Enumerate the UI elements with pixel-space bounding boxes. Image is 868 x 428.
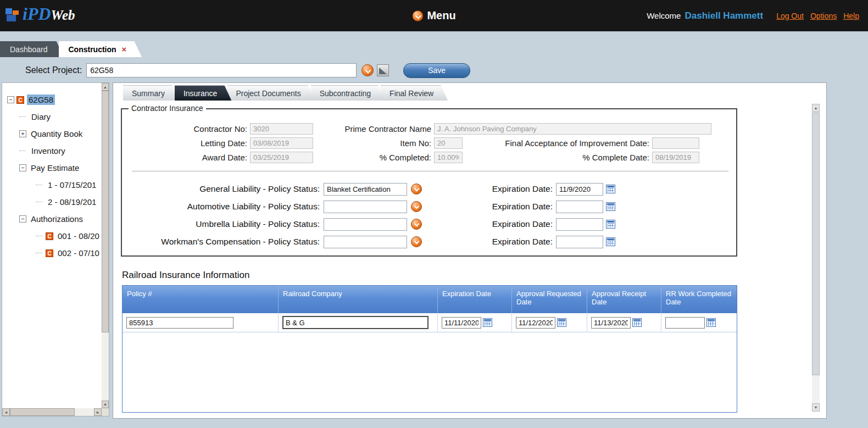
tree-item-authorization-002[interactable]: C 002 - 07/10 [2,244,102,262]
policy-status-dropdown-icon[interactable] [411,219,422,230]
column-header-railroad-company: Railroad Company [279,286,438,313]
expiration-date-input[interactable] [556,236,603,248]
tree-item-project-root[interactable]: − C 62G58 [2,91,102,108]
approval-receipt-date-input[interactable] [591,317,631,329]
help-link[interactable]: Help [843,12,859,20]
collapse-expander-icon[interactable]: − [19,164,26,171]
content-tab-bar: Summary Insurance Project Documents Subc… [123,85,443,101]
rr-work-completed-date-cell [661,313,737,332]
expand-expander-icon[interactable]: + [19,130,26,137]
tree-item-label: 002 - 07/10 [56,248,101,258]
project-input[interactable] [86,63,357,77]
project-bar: Select Project: Save [0,62,868,79]
logo-text-ipd: iPD [23,4,51,24]
tree-connector [36,253,42,253]
railroad-company-input[interactable] [282,316,429,329]
approval-requested-date-input[interactable] [516,317,555,329]
tree-item-label: Diary [30,112,52,122]
tab-subcontracting[interactable]: Subcontracting [311,85,385,101]
calendar-icon[interactable] [706,318,716,327]
policy-status-input[interactable] [324,218,407,231]
scroll-up-icon[interactable]: ▲ [812,104,820,112]
tree-item-authorization-001[interactable]: C 001 - 08/20 [2,227,102,244]
pct-complete-date-input [652,152,699,163]
construction-node-icon: C [16,96,24,104]
policy-number-input[interactable] [126,317,233,329]
scrollbar-thumb[interactable] [102,91,109,332]
column-header-rr-work-completed-date: RR Work Completed Date [661,286,737,313]
collapse-panel-icon[interactable] [377,64,389,76]
welcome-label: Welcome [647,11,681,20]
calendar-icon[interactable] [557,318,566,327]
rr-work-completed-date-input[interactable] [665,317,705,329]
scroll-right-icon[interactable]: ► [94,408,102,416]
prime-contractor-name-input [434,123,711,135]
policy-status-input[interactable] [324,201,407,213]
tree-item-label: 001 - 08/20 [56,231,101,241]
tree-item-pay-estimate-2[interactable]: 2 - 08/19/201 [2,193,102,210]
calendar-icon[interactable] [606,220,615,229]
tab-dashboard[interactable]: Dashboard [0,41,64,57]
policy-status-dropdown-icon[interactable] [411,236,422,247]
approval-receipt-date-cell [587,313,661,332]
final-acceptance-date-label: Final Acceptance of Improvement Date: [463,138,649,148]
logout-link[interactable]: Log Out [776,12,804,20]
tab-final-review[interactable]: Final Review [381,85,448,101]
project-dropdown-icon[interactable] [361,64,374,76]
tree-item-quantity-book[interactable]: + Quantity Book [2,125,102,142]
tab-summary[interactable]: Summary [123,85,179,101]
calendar-icon[interactable] [606,185,615,193]
tab-project-documents[interactable]: Project Documents [227,85,315,101]
tab-final-review-label: Final Review [390,89,433,98]
railroad-table-header: Policy # Railroad Company Expiration Dat… [123,286,737,313]
contractor-no-input [250,123,313,135]
policy-status-input[interactable] [324,236,407,248]
calendar-icon[interactable] [483,318,492,327]
item-no-label: Item No: [313,138,431,148]
calendar-icon[interactable] [632,318,642,327]
letting-date-label: Letting Date: [122,138,247,148]
scrollbar-thumb[interactable] [10,408,75,416]
tree-item-pay-estimate[interactable]: − Pay Estimate [2,159,102,176]
tree-item-authorizations[interactable]: − Authorizations [2,210,102,227]
info-row: Contractor No: Prime Contractor Name [122,123,736,135]
railroad-table-row [123,313,737,332]
info-row: Award Date: % Completed: % Complete Date… [122,151,736,163]
tree-item-inventory[interactable]: Inventory [2,142,102,159]
collapse-expander-icon[interactable]: − [19,215,26,223]
policy-status-dropdown-icon[interactable] [411,184,422,194]
policy-status-input[interactable] [324,183,407,196]
award-date-input [250,152,313,163]
menu-button[interactable]: Menu [412,9,455,22]
scrollbar-thumb[interactable] [812,113,820,375]
calendar-icon[interactable] [606,237,615,246]
scroll-up-icon[interactable]: ▲ [102,83,109,91]
save-button[interactable]: Save [403,63,470,78]
tab-construction[interactable]: Construction × [59,41,142,57]
collapse-expander-icon[interactable]: − [7,96,14,103]
rr-expiration-date-input[interactable] [442,317,481,329]
award-date-label: Award Date: [122,153,247,162]
tab-insurance[interactable]: Insurance [175,85,231,101]
tree-item-diary[interactable]: Diary [2,108,102,125]
expiration-date-input[interactable] [556,201,603,213]
tab-dashboard-label: Dashboard [10,45,48,54]
tree-item-pay-estimate-1[interactable]: 1 - 07/15/201 [2,176,102,193]
expiration-date-input[interactable] [556,218,603,231]
expiration-date-input[interactable] [556,183,603,196]
scroll-down-icon[interactable]: ▼ [812,403,820,412]
policy-status-dropdown-icon[interactable] [411,201,422,212]
scroll-left-icon[interactable]: ◄ [2,408,10,416]
construction-content-panel: Summary Insurance Project Documents Subc… [113,82,827,419]
scroll-down-icon[interactable]: ▼ [102,401,109,408]
username: Dashiell Hammett [685,10,763,21]
column-header-approval-receipt-date: Approval Receipt Date [587,286,661,313]
close-tab-icon[interactable]: × [122,45,127,54]
scrollbar-corner [102,408,109,416]
column-header-policy: Policy # [123,286,279,313]
options-link[interactable]: Options [810,12,837,20]
app-logo[interactable]: iPDWeb [5,5,75,23]
calendar-icon[interactable] [606,202,615,211]
expiration-date-label: Expiration Date: [422,202,553,212]
policy-status-label: General Liability - Policy Status: [122,184,320,194]
